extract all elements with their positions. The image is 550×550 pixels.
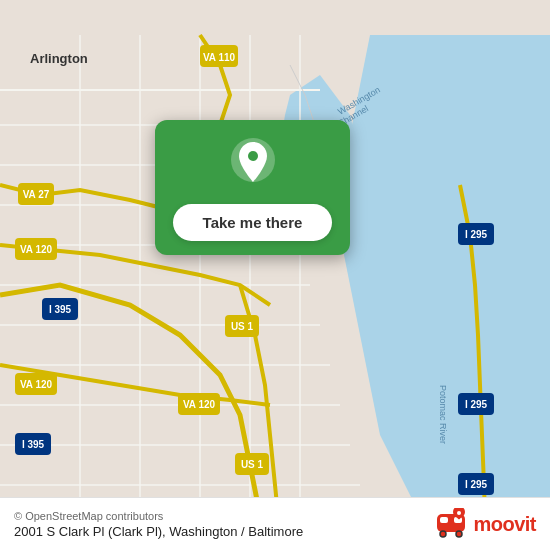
svg-text:I 395: I 395 (49, 304, 72, 315)
moovit-brand-label: moovit (473, 513, 536, 536)
svg-point-53 (456, 531, 462, 537)
svg-text:I 295: I 295 (465, 229, 488, 240)
osm-attribution: © OpenStreetMap contributors (14, 510, 303, 522)
map-background: Arlington VA 110 VA 27 VA 120 I 395 VA 1… (0, 0, 550, 550)
svg-text:VA 120: VA 120 (20, 379, 53, 390)
moovit-bus-icon (435, 508, 467, 540)
bottom-bar: © OpenStreetMap contributors 2001 S Clar… (0, 497, 550, 550)
svg-text:VA 120: VA 120 (183, 399, 216, 410)
svg-text:Arlington: Arlington (30, 51, 88, 66)
svg-point-55 (457, 511, 461, 515)
svg-point-48 (248, 151, 258, 161)
svg-text:I 295: I 295 (465, 479, 488, 490)
popup-card: Take me there (155, 120, 350, 255)
svg-text:VA 110: VA 110 (203, 52, 236, 63)
moovit-logo: moovit (435, 508, 536, 540)
svg-rect-50 (440, 517, 448, 523)
svg-text:I 295: I 295 (465, 399, 488, 410)
svg-text:US 1: US 1 (231, 321, 254, 332)
svg-text:VA 120: VA 120 (20, 244, 53, 255)
map-container: Arlington VA 110 VA 27 VA 120 I 395 VA 1… (0, 0, 550, 550)
svg-text:Potomac River: Potomac River (438, 385, 448, 444)
location-pin-icon (231, 138, 275, 194)
svg-text:I 395: I 395 (22, 439, 45, 450)
svg-text:VA 27: VA 27 (23, 189, 50, 200)
svg-text:US 1: US 1 (241, 459, 264, 470)
take-me-there-button[interactable]: Take me there (173, 204, 332, 241)
bottom-info: © OpenStreetMap contributors 2001 S Clar… (14, 510, 303, 539)
svg-point-52 (440, 531, 446, 537)
address-label: 2001 S Clark Pl (Clark Pl), Washington /… (14, 524, 303, 539)
